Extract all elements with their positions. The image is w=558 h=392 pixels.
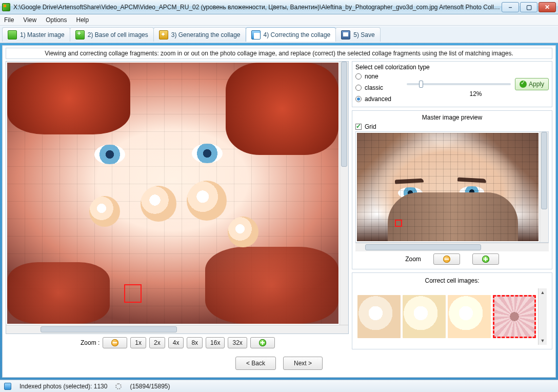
step-1-master-image[interactable]: 1) Master image	[2, 27, 70, 42]
cell-thumbnails: ▲▼	[355, 286, 549, 347]
radio-classic[interactable]: classic	[355, 84, 400, 91]
step-label: 4) Correcting the collage	[264, 31, 331, 38]
colorization-slider[interactable]	[407, 83, 511, 85]
checkbox-icon	[355, 124, 362, 130]
next-button[interactable]: Next >	[283, 357, 323, 370]
zoom-label: Zoom :	[81, 339, 99, 346]
wand-icon	[159, 30, 168, 40]
index-icon	[4, 383, 11, 390]
preview-image-wrap	[355, 131, 549, 243]
preview-vscroll[interactable]	[540, 132, 548, 242]
app-icon	[2, 3, 10, 11]
apply-label: Apply	[529, 81, 544, 88]
collage-hscroll[interactable]	[6, 325, 348, 334]
preview-zoom-controls: Zoom	[355, 251, 549, 267]
zoom-16x-button[interactable]: 16x	[206, 337, 225, 348]
status-indexed: Indexed photos (selected): 1130	[19, 383, 107, 390]
cell-thumbnail[interactable]	[403, 295, 446, 338]
window-title: X:\Google Drive\ArtensoftShare\Video_APC…	[13, 4, 502, 11]
collage-image	[7, 63, 338, 324]
zoom-32x-button[interactable]: 32x	[228, 337, 247, 348]
collage-viewport	[6, 61, 349, 334]
radio-none[interactable]: none	[355, 73, 400, 80]
step-3-generate[interactable]: 3) Generating the collage	[153, 27, 246, 42]
slider-value: 12%	[403, 90, 549, 97]
menu-options[interactable]: Options	[46, 16, 67, 24]
correct-cells-title: Correct cell images:	[355, 275, 549, 286]
colorization-title: Select cell colorization type	[355, 64, 549, 71]
close-button[interactable]: ✕	[539, 2, 556, 12]
master-image	[357, 133, 539, 241]
step-4-correct[interactable]: 4) Correcting the collage	[246, 27, 336, 42]
info-bar: Viewing and correcting collage fragments…	[6, 48, 552, 59]
grid-checkbox[interactable]: Grid	[355, 123, 549, 130]
step-2-base-images[interactable]: 2) Base of cell images	[70, 27, 154, 42]
cells-vscroll[interactable]: ▲▼	[538, 288, 547, 345]
minus-icon	[443, 256, 450, 263]
cell-thumbnail-selected[interactable]	[493, 295, 536, 338]
preview-zoom-in-button[interactable]	[472, 253, 499, 265]
cube-icon	[251, 30, 261, 40]
zoom-4x-button[interactable]: 4x	[168, 337, 184, 348]
zoom-1x-button[interactable]: 1x	[130, 337, 146, 348]
zoom-in-button[interactable]	[250, 337, 275, 348]
slider-handle[interactable]	[419, 81, 423, 88]
preview-hscroll[interactable]	[355, 243, 549, 251]
step-tabs: 1) Master image 2) Base of cell images 3…	[0, 26, 558, 43]
plus-icon	[259, 339, 266, 346]
zoom-2x-button[interactable]: 2x	[149, 337, 165, 348]
back-button[interactable]: < Back	[235, 357, 276, 370]
minimize-button[interactable]: –	[502, 2, 519, 12]
menu-view[interactable]: View	[23, 16, 36, 24]
scroll-thumb[interactable]	[341, 62, 347, 167]
scroll-thumb[interactable]	[541, 132, 547, 209]
preview-zoom-out-button[interactable]	[433, 253, 460, 265]
radio-icon	[355, 96, 362, 102]
scroll-down-icon[interactable]: ▼	[539, 337, 547, 345]
spinner-icon	[115, 383, 122, 389]
scroll-thumb[interactable]	[365, 244, 481, 250]
menu-help[interactable]: Help	[76, 16, 89, 24]
client-area: Viewing and correcting collage fragments…	[2, 45, 556, 378]
radio-label: none	[365, 73, 378, 80]
check-icon	[520, 81, 527, 88]
preview-title: Master image preview	[355, 113, 549, 122]
preview-canvas[interactable]	[357, 133, 539, 241]
minus-icon	[111, 339, 118, 346]
cell-thumbnail[interactable]	[448, 295, 491, 338]
zoom-out-button[interactable]	[103, 337, 127, 348]
checkbox-label: Grid	[365, 123, 376, 130]
preview-selection-marker	[395, 220, 402, 227]
maximize-button[interactable]: ▢	[520, 2, 537, 12]
scroll-up-icon[interactable]: ▲	[539, 288, 547, 297]
step-label: 5) Save	[353, 31, 374, 38]
window-buttons: – ▢ ✕	[502, 2, 556, 12]
plus-icon	[482, 256, 489, 263]
collage-area	[6, 62, 348, 325]
radio-advanced[interactable]: advanced	[355, 95, 400, 103]
apply-button[interactable]: Apply	[515, 78, 549, 90]
collage-vscroll[interactable]	[340, 62, 348, 325]
left-column: Zoom : 1x 2x 4x 8x 16x 32x	[6, 61, 349, 349]
wizard-nav: < Back Next >	[3, 351, 555, 377]
radio-icon	[355, 85, 362, 91]
step-5-save[interactable]: 5) Save	[335, 27, 380, 42]
save-icon	[341, 30, 350, 40]
step-label: 3) Generating the collage	[171, 31, 241, 38]
radio-label: advanced	[365, 95, 391, 103]
add-images-icon	[75, 30, 85, 40]
title-bar: X:\Google Drive\ArtensoftShare\Video_APC…	[0, 0, 558, 14]
radio-icon	[355, 73, 362, 80]
zoom-controls: Zoom : 1x 2x 4x 8x 16x 32x	[6, 334, 349, 349]
zoom-8x-button[interactable]: 8x	[187, 337, 203, 348]
menu-file[interactable]: File	[4, 16, 14, 24]
scroll-thumb[interactable]	[41, 326, 177, 332]
colorization-panel: Select cell colorization type none class…	[352, 61, 552, 107]
main-row: Zoom : 1x 2x 4x 8x 16x 32x Select cell c…	[3, 61, 555, 351]
menu-bar: File View Options Help	[0, 14, 558, 26]
image-icon	[8, 30, 17, 40]
status-progress: (15894/15895)	[130, 383, 170, 390]
collage-canvas[interactable]	[7, 63, 338, 324]
cell-thumbnail[interactable]	[357, 295, 401, 338]
correct-cells-panel: Correct cell images: ▲▼	[352, 272, 552, 349]
